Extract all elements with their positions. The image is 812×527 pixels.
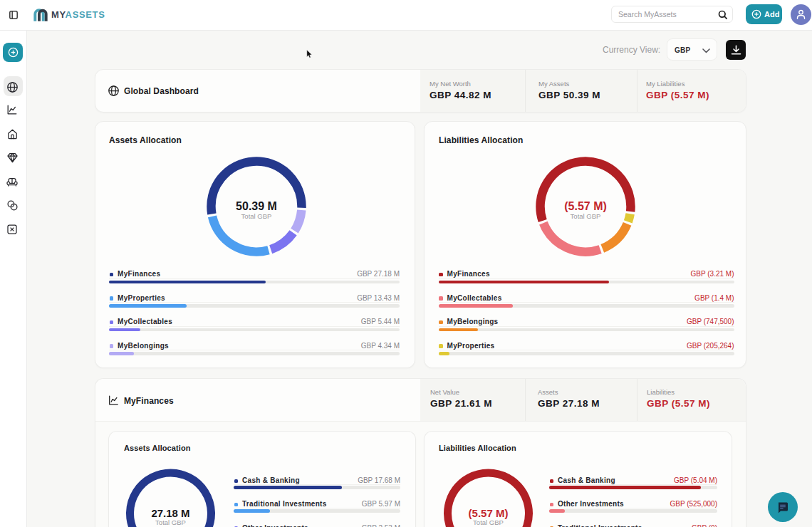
svg-text:(5.57 M): (5.57 M): [564, 200, 607, 212]
svg-text:50.39 M: 50.39 M: [236, 200, 277, 212]
svg-text:(5.57 M): (5.57 M): [469, 507, 509, 519]
svg-text:27.18 M: 27.18 M: [151, 507, 189, 519]
svg-text:Total GBP: Total GBP: [571, 212, 601, 220]
svg-text:Total GBP: Total GBP: [473, 518, 504, 526]
svg-text:Total GBP: Total GBP: [241, 212, 272, 220]
svg-text:Total GBP: Total GBP: [155, 518, 186, 526]
